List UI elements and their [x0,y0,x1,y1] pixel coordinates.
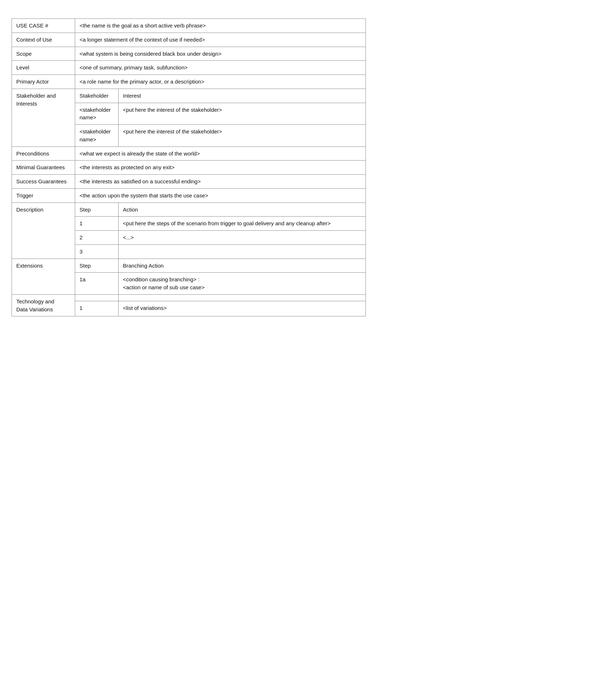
minimal-guarantees-value: <the interests as protected on any exit> [75,161,366,175]
extensions-header-label: Extensions [12,259,75,294]
table-row: Preconditions<what we expect is already … [12,146,366,161]
table-row: USE CASE #<the name is the goal as a sho… [12,19,366,33]
preconditions-value: <what we expect is already the state of … [75,146,366,161]
level-label: Level [12,61,75,75]
description-row3-col1: 3 [75,244,119,259]
trigger-value: <the action upon the system that starts … [75,188,366,203]
table-row: Context of Use<a longer statement of the… [12,33,366,47]
extensions-row1-col1: 1a [75,273,119,295]
stakeholder-row2-col1: <stakeholder name> [75,125,119,147]
description-row3-col2 [119,244,366,259]
extensions-header-col1: Step [75,259,119,273]
table-row: ExtensionsStepBranching Action [12,259,366,273]
context-of-use-value: <a longer statement of the context of us… [75,33,366,47]
preconditions-label: Preconditions [12,146,75,161]
table-row: Primary Actor<a role name for the primar… [12,75,366,89]
use-case-value: <the name is the goal as a short active … [75,19,366,33]
scope-value: <what system is being considered black b… [75,47,366,61]
description-row1-col1: 1 [75,217,119,231]
description-row2-col1: 2 [75,231,119,245]
use-case-table: USE CASE #<the name is the goal as a sho… [12,18,366,316]
stakeholder-header-col2: Interest [119,89,366,103]
table-row: Minimal Guarantees<the interests as prot… [12,161,366,175]
minimal-guarantees-label: Minimal Guarantees [12,161,75,175]
tech-variations-header-col1 [75,294,119,301]
stakeholder-header-label: Stakeholder and Interests [12,89,75,146]
tech-variations-row1-col2: <list of variations> [119,301,366,316]
level-value: <one of summary, primary task, subfuncti… [75,61,366,75]
tech-variations-header-col2 [119,294,366,301]
extensions-header-col2: Branching Action [119,259,366,273]
table-row: Level<one of summary, primary task, subf… [12,61,366,75]
tech-variations-row1-col1: 1 [75,301,119,316]
table-row: Success Guarantees<the interests as sati… [12,175,366,189]
trigger-label: Trigger [12,188,75,203]
description-row2-col2: <...> [119,231,366,245]
table-row: DescriptionStepAction [12,203,366,217]
description-header-col1: Step [75,203,119,217]
table-row: Technology and Data Variations [12,294,366,301]
scope-label: Scope [12,47,75,61]
stakeholder-row1-col1: <stakeholder name> [75,103,119,125]
tech-variations-header-label: Technology and Data Variations [12,294,75,316]
success-guarantees-value: <the interests as satisfied on a success… [75,175,366,189]
description-header-label: Description [12,203,75,259]
use-case-label: USE CASE # [12,19,75,33]
context-of-use-label: Context of Use [12,33,75,47]
table-row: Stakeholder and InterestsStakeholderInte… [12,89,366,103]
success-guarantees-label: Success Guarantees [12,175,75,189]
stakeholder-row2-col2: <put here the interest of the stakeholde… [119,125,366,147]
table-row: Scope<what system is being considered bl… [12,47,366,61]
stakeholder-header-col1: Stakeholder [75,89,119,103]
description-header-col2: Action [119,203,366,217]
table-caption [12,9,604,15]
table-row: Trigger<the action upon the system that … [12,188,366,203]
primary-actor-label: Primary Actor [12,75,75,89]
stakeholder-row1-col2: <put here the interest of the stakeholde… [119,103,366,125]
description-row1-col2: <put here the steps of the scenario from… [119,217,366,231]
primary-actor-value: <a role name for the primary actor, or a… [75,75,366,89]
extensions-row1-col2: <condition causing branching> : <action … [119,273,366,295]
